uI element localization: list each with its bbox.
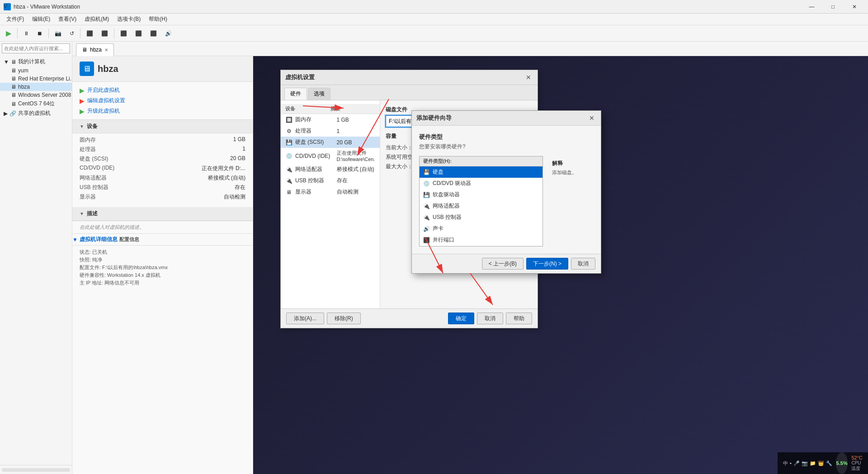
- tray-icon-4: 📷: [802, 460, 808, 466]
- vm-title: hbza: [98, 64, 118, 74]
- sidebar-item-redhat[interactable]: 🖥 Red Hat Enterprise Li...: [0, 75, 72, 83]
- menu-help[interactable]: 帮助(H): [145, 14, 171, 24]
- tray-icon-3: 🎤: [793, 460, 800, 466]
- memory-icon: 🔲: [285, 116, 292, 123]
- tray-icon-1: 中: [783, 460, 788, 467]
- vminfo-section-title[interactable]: ▼ 虚拟机详细信息 配置信息: [72, 233, 253, 245]
- sidebar-scrollbar[interactable]: [2, 468, 70, 472]
- title-bar-left: V hbza - VMware Workstation: [4, 3, 80, 10]
- hw-item-usb[interactable]: 🔌 USB 控制器: [420, 212, 542, 223]
- maximize-button[interactable]: □: [823, 0, 843, 14]
- usb-button[interactable]: ⬛: [147, 27, 160, 40]
- add-hw-prev-button[interactable]: < 上一步(B): [482, 258, 524, 270]
- toolbar-separator-2: [48, 28, 49, 38]
- hw-item-serial[interactable]: ⬛ 串行端口: [420, 246, 542, 246]
- network-button[interactable]: ⬛: [132, 27, 145, 40]
- dialog-device-net[interactable]: 🔌 网络适配器 桥接模式 (自动): [281, 164, 380, 175]
- sidebar-shared-vms[interactable]: ▶ 🔗 共享的虚拟机: [0, 109, 72, 118]
- dialog-device-usb[interactable]: 🔌 USB 控制器 存在: [281, 175, 380, 186]
- vminfo-section-label: 虚拟机详细信息: [80, 236, 118, 243]
- add-hw-cancel-button[interactable]: 取消: [571, 258, 595, 270]
- action-edit-vm[interactable]: ▶ 编辑虚拟机设置: [80, 96, 245, 105]
- hw-item-floppy[interactable]: 💾 软盘驱动器: [420, 189, 542, 200]
- hw-item-parallel[interactable]: ⬛ 并行端口: [420, 234, 542, 246]
- menu-tab[interactable]: 选项卡(B): [113, 14, 144, 24]
- temp-value: 52°C: [851, 455, 863, 460]
- tray-icon-7: 🔧: [826, 460, 832, 466]
- parallel-icon: ⬛: [423, 237, 430, 243]
- play-button[interactable]: ▶: [3, 27, 14, 40]
- tab-close-icon[interactable]: ✕: [104, 47, 108, 52]
- hw-item-cddvd[interactable]: 💿 CD/DVD 驱动器: [420, 178, 542, 189]
- action-upgrade-vm[interactable]: ▶ 升级此虚拟机: [80, 106, 245, 116]
- close-button[interactable]: ✕: [844, 0, 864, 14]
- tab-hardware[interactable]: 硬件: [284, 88, 307, 100]
- minimize-button[interactable]: —: [802, 0, 822, 14]
- settings-button[interactable]: ⬛: [117, 27, 130, 40]
- dialog-cddvd-name: CD/DVD (IDE): [295, 153, 334, 159]
- unity-button[interactable]: ⬛: [98, 27, 111, 40]
- add-hw-subtitle: 您要安装哪类硬件?: [419, 143, 594, 151]
- dialog-device-cpu[interactable]: ⚙ 处理器 1: [281, 125, 380, 137]
- toolbar-separator-1: [17, 28, 18, 38]
- sidebar-item-yum[interactable]: 🖥 yum: [0, 66, 72, 75]
- vm-icon: 🖥: [11, 84, 16, 90]
- vminfo-ip: 主 IP 地址: 网络信息不可用: [80, 279, 245, 287]
- dialog-hdd-summary: 20 GB: [337, 139, 376, 146]
- tab-hbza[interactable]: 🖥 hbza ✕: [76, 43, 114, 56]
- start-arrow-icon: ▶: [80, 87, 85, 94]
- action-start-label: 开启此虚拟机: [87, 86, 120, 94]
- hw-item-net[interactable]: 🔌 网络适配器: [420, 200, 542, 212]
- search-input[interactable]: [2, 43, 70, 53]
- device-row-cpu: 处理器 1: [80, 145, 245, 154]
- stop-button[interactable]: ⏹: [34, 27, 46, 40]
- action-start-vm[interactable]: ▶ 开启此虚拟机: [80, 85, 245, 95]
- dialog-device-memory[interactable]: 🔲 圆内存 1 GB: [281, 114, 380, 125]
- revert-button[interactable]: ↺: [66, 27, 77, 40]
- snapshot-button[interactable]: 📷: [52, 27, 65, 40]
- tab-options[interactable]: 选项: [308, 88, 330, 100]
- dialog-memory-summary: 1 GB: [337, 117, 376, 123]
- sidebar-item-winserver[interactable]: 🖥 Windows Server 2008: [0, 91, 72, 99]
- desc-section-label: 描述: [87, 210, 98, 218]
- vm-settings-ok-button[interactable]: 确定: [448, 313, 474, 324]
- add-hw-close-button[interactable]: ✕: [587, 114, 596, 123]
- dialog-device-hdd[interactable]: 💾 硬盘 (SCSI) 20 GB: [281, 137, 380, 148]
- vm-settings-help-button[interactable]: 帮助: [506, 313, 532, 324]
- hw-item-harddisk[interactable]: 💾 硬盘: [420, 166, 542, 178]
- title-bar-controls: — □ ✕: [802, 0, 864, 14]
- remove-hardware-button[interactable]: 移除(R): [327, 313, 361, 324]
- sidebar-my-computer[interactable]: ▼ 🖥 我的计算机: [0, 57, 72, 66]
- device-memory-value: 1 GB: [233, 136, 245, 144]
- shared-vms-label: 共享的虚拟机: [18, 109, 51, 117]
- title-bar: V hbza - VMware Workstation — □ ✕: [0, 0, 868, 14]
- device-cddvd-value: 正在使用文件 D:...: [202, 165, 245, 172]
- menu-vm[interactable]: 虚拟机(M): [81, 14, 113, 24]
- hw-item-sound[interactable]: 🔊 声卡: [420, 223, 542, 234]
- tab-bar: 🖥 hbza ✕: [72, 42, 868, 56]
- device-row-hdd: 硬盘 (SCSI) 20 GB: [80, 154, 245, 164]
- sidebar-item-centos[interactable]: 🖥 CentOS 7 64位: [0, 99, 72, 109]
- sidebar-item-hbza[interactable]: 🖥 hbza: [0, 83, 72, 91]
- menu-view[interactable]: 查看(V): [55, 14, 80, 24]
- capacity-current-label: 当前大小：: [386, 144, 413, 152]
- vm-settings-close-button[interactable]: ✕: [524, 73, 533, 82]
- suspend-button[interactable]: ⏸: [20, 27, 32, 40]
- device-row-net: 网络适配器 桥接模式 (自动): [80, 173, 245, 183]
- add-hw-next-button[interactable]: 下一步(N) >: [526, 258, 568, 270]
- dialog-device-cddvd[interactable]: 💿 CD/DVD (IDE) 正在使用文件 D:\sofeware\Cen...: [281, 148, 380, 164]
- device-row-cddvd: CD/DVD (IDE) 正在使用文件 D:...: [80, 164, 245, 173]
- fullscreen-button[interactable]: ⬛: [83, 27, 96, 40]
- sidebar: ▼ 🖥 我的计算机 🖥 yum 🖥 Red Hat Enterprise Li.…: [0, 42, 72, 474]
- vm-settings-cancel-button[interactable]: 取消: [477, 313, 503, 324]
- audio-button[interactable]: 🔊: [162, 27, 175, 40]
- dialog-device-display[interactable]: 🖥 显示器 自动检测: [281, 186, 380, 198]
- hw-item-harddisk-label: 硬盘: [433, 168, 443, 176]
- vm-content: 🖥 hbza ✕ 🖥 hbza ▶ 开启此虚拟机 ▶: [72, 42, 868, 474]
- menu-edit[interactable]: 编辑(E): [28, 14, 54, 24]
- system-tray: 中 • 🎤 📷 📁 👑 🔧 5.5% 52°C CPU温度: [778, 452, 868, 474]
- add-hardware-button[interactable]: 添加(A)...: [286, 313, 324, 324]
- floppy-icon: 💾: [423, 192, 430, 198]
- menu-file[interactable]: 文件(F): [3, 14, 28, 24]
- vminfo-snapshot-value: 快照: 纯净: [80, 256, 102, 263]
